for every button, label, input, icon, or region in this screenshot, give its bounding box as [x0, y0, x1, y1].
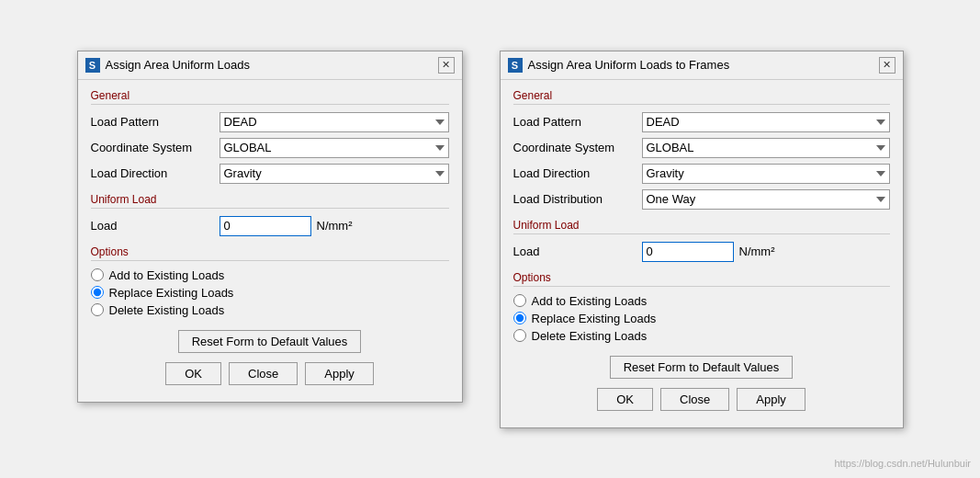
load-direction-row-1: Load Direction Gravity	[91, 164, 449, 184]
load-pattern-row-2: Load Pattern DEAD	[513, 112, 890, 132]
reset-row-1: Reset Form to Default Values	[91, 330, 449, 353]
load-direction-select-2[interactable]: Gravity	[642, 164, 890, 184]
radio-replace-2[interactable]	[513, 312, 526, 324]
title-bar-2: S Assign Area Uniform Loads to Frames ✕	[501, 51, 903, 80]
load-row-2: Load N/mm²	[513, 242, 890, 262]
general-section-label-1: General	[91, 89, 449, 105]
radio-delete-label-1: Delete Existing Loads	[109, 303, 225, 317]
radio-add-label-2: Add to Existing Loads	[532, 294, 648, 308]
radio-add-row-1: Add to Existing Loads	[91, 268, 449, 282]
dialog-assign-area-uniform-loads-frames: S Assign Area Uniform Loads to Frames ✕ …	[500, 51, 904, 428]
load-row-1: Load N/mm²	[91, 216, 449, 236]
close-button-1[interactable]: Close	[229, 362, 298, 385]
title-left-1: S Assign Area Uniform Loads	[85, 58, 251, 73]
radio-add-1[interactable]	[91, 268, 104, 281]
close-button-2[interactable]: Close	[660, 388, 729, 411]
s-logo-icon-2: S	[508, 58, 523, 73]
radio-add-label-1: Add to Existing Loads	[109, 268, 225, 282]
load-input-1[interactable]	[220, 216, 311, 236]
uniform-load-section-2: Uniform Load Load N/mm²	[513, 219, 890, 262]
dialog-body-2: General Load Pattern DEAD Coordinate Sys…	[501, 80, 903, 427]
ok-button-1[interactable]: OK	[165, 362, 221, 385]
reset-button-1[interactable]: Reset Form to Default Values	[178, 330, 362, 353]
load-distribution-row-2: Load Distribution One Way Two Way	[513, 189, 890, 210]
general-section-label-2: General	[513, 89, 890, 105]
coordinate-system-label-2: Coordinate System	[513, 141, 642, 154]
reset-row-2: Reset Form to Default Values	[513, 356, 890, 379]
radio-replace-row-1: Replace Existing Loads	[91, 286, 449, 300]
title-bar-1: S Assign Area Uniform Loads ✕	[78, 51, 462, 80]
coordinate-system-row-1: Coordinate System GLOBAL	[91, 138, 449, 158]
load-pattern-select-2[interactable]: DEAD	[642, 112, 890, 132]
reset-button-2[interactable]: Reset Form to Default Values	[610, 356, 794, 379]
close-x-button-1[interactable]: ✕	[438, 57, 455, 74]
load-direction-label-1: Load Direction	[91, 166, 220, 180]
apply-button-1[interactable]: Apply	[305, 362, 374, 385]
radio-delete-1[interactable]	[91, 303, 104, 316]
close-x-button-2[interactable]: ✕	[879, 57, 896, 74]
load-field-label-2: Load	[513, 245, 642, 258]
radio-delete-label-2: Delete Existing Loads	[532, 329, 648, 343]
load-pattern-label-1: Load Pattern	[91, 115, 220, 129]
load-unit-2: N/mm²	[739, 245, 775, 258]
coordinate-system-select-1[interactable]: GLOBAL	[220, 138, 449, 158]
load-pattern-select-1[interactable]: DEAD	[220, 112, 449, 132]
load-direction-label-2: Load Direction	[513, 166, 642, 180]
dialog-assign-area-uniform-loads: S Assign Area Uniform Loads ✕ General Lo…	[77, 51, 463, 403]
radio-add-row-2: Add to Existing Loads	[513, 294, 890, 308]
uniform-load-label-2: Uniform Load	[513, 219, 890, 234]
radio-add-2[interactable]	[513, 294, 526, 307]
radio-replace-label-1: Replace Existing Loads	[109, 286, 234, 300]
radio-replace-1[interactable]	[91, 286, 104, 299]
coordinate-system-select-2[interactable]: GLOBAL	[642, 138, 890, 158]
load-pattern-row-1: Load Pattern DEAD	[91, 112, 449, 132]
load-field-label-1: Load	[91, 219, 220, 233]
load-direction-select-1[interactable]: Gravity	[220, 164, 449, 184]
uniform-load-label-1: Uniform Load	[91, 193, 449, 209]
radio-delete-2[interactable]	[513, 329, 526, 342]
apply-button-2[interactable]: Apply	[737, 388, 805, 411]
dialog-title-1: Assign Area Uniform Loads	[106, 58, 251, 72]
radio-replace-label-2: Replace Existing Loads	[532, 312, 657, 325]
options-section-1: Options Add to Existing Loads Replace Ex…	[91, 245, 449, 317]
coordinate-system-row-2: Coordinate System GLOBAL	[513, 138, 890, 158]
load-direction-row-2: Load Direction Gravity	[513, 164, 890, 184]
dialog-body-1: General Load Pattern DEAD Coordinate Sys…	[78, 80, 462, 402]
bottom-buttons-1: OK Close Apply	[91, 362, 449, 389]
radio-delete-row-1: Delete Existing Loads	[91, 303, 449, 317]
ok-button-2[interactable]: OK	[597, 388, 653, 411]
radio-delete-row-2: Delete Existing Loads	[513, 329, 890, 343]
options-label-1: Options	[91, 245, 449, 261]
dialog-title-2: Assign Area Uniform Loads to Frames	[528, 58, 730, 72]
options-label-2: Options	[513, 271, 890, 287]
load-input-2[interactable]	[642, 242, 734, 262]
load-unit-1: N/mm²	[317, 219, 353, 233]
load-distribution-select-2[interactable]: One Way Two Way	[642, 189, 890, 210]
coordinate-system-label-1: Coordinate System	[91, 141, 220, 154]
s-logo-icon-1: S	[85, 58, 100, 73]
uniform-load-section-1: Uniform Load Load N/mm²	[91, 193, 449, 236]
radio-replace-row-2: Replace Existing Loads	[513, 312, 890, 325]
options-section-2: Options Add to Existing Loads Replace Ex…	[513, 271, 890, 343]
title-left-2: S Assign Area Uniform Loads to Frames	[508, 58, 730, 73]
load-pattern-label-2: Load Pattern	[513, 115, 642, 129]
load-distribution-label-2: Load Distribution	[513, 192, 642, 206]
watermark: https://blog.csdn.net/Hulunbuir	[834, 458, 971, 469]
bottom-buttons-2: OK Close Apply	[513, 388, 890, 415]
